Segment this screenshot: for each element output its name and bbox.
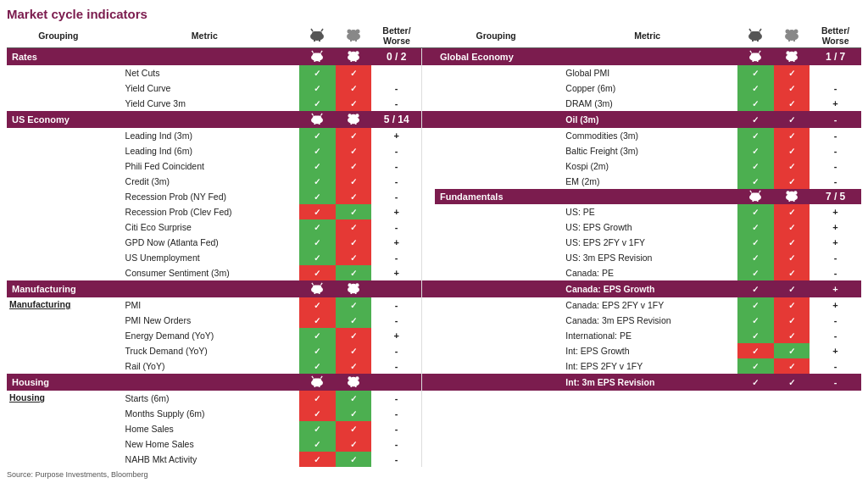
right-metric-label: Copper (6m)	[557, 80, 737, 96]
svg-point-80	[348, 283, 351, 286]
left-section-score: 5 / 14	[371, 111, 422, 128]
left-section-name: US Economy	[7, 111, 299, 128]
svg-rect-34	[350, 59, 352, 62]
svg-point-33	[355, 51, 359, 54]
left-metric-label: Months Supply (6m)	[110, 406, 299, 421]
right-section-score: 7 / 5	[810, 189, 861, 204]
svg-rect-1	[312, 31, 322, 37]
svg-point-45	[793, 51, 797, 54]
left-metric-label: Energy Demand (YoY)	[110, 328, 299, 343]
svg-rect-59	[355, 122, 357, 125]
left-metric-label: Leading Ind (6m)	[110, 143, 299, 158]
svg-rect-41	[757, 59, 759, 62]
svg-point-69	[793, 191, 797, 194]
svg-rect-29	[319, 59, 320, 62]
svg-rect-22	[788, 39, 790, 42]
col-gap	[422, 25, 435, 48]
svg-rect-73	[313, 286, 322, 291]
table-row: Phili Fed Coincident✓✓-Kospi (2m)✓✓-	[7, 158, 861, 174]
table-row: NAHB Mkt Activity✓✓-	[7, 452, 861, 467]
right-metric-label: International: PE	[557, 328, 737, 343]
svg-line-51	[321, 114, 323, 116]
svg-rect-47	[793, 59, 795, 62]
table-row: GPD Now (Atlanta Fed)✓✓+US: EPS 2FY v 1F…	[7, 235, 861, 250]
right-section-score: 1 / 7	[810, 48, 861, 66]
left-metric-label: GPD Now (Atlanta Fed)	[110, 235, 299, 250]
svg-rect-52	[314, 122, 316, 125]
left-metric-label: Consumer Sentiment (3m)	[110, 265, 299, 280]
table-row: ManufacturingCanada: EPS Growth✓✓+	[7, 280, 861, 297]
left-metric-label: PMI	[110, 297, 299, 313]
svg-rect-82	[350, 291, 352, 294]
svg-point-57	[355, 114, 359, 117]
left-metric-label: Home Sales	[110, 421, 299, 436]
right-metric-label: Kospi (2m)	[557, 158, 737, 174]
table-row: Energy Demand (YoY)✓✓+International: PE✓…	[7, 328, 861, 343]
left-section-score: 0 / 2	[371, 48, 422, 66]
right-section-name: Global Economy	[435, 48, 737, 66]
table-row: PMI New Orders✓✓-Canada: 3m EPS Revision…	[7, 313, 861, 328]
left-metric-label: New Home Sales	[110, 436, 299, 452]
svg-point-81	[355, 283, 359, 286]
svg-rect-16	[752, 39, 754, 42]
table-row: Consumer Sentiment (3m)✓✓+Canada: PE✓✓-	[7, 265, 861, 280]
col-bull2-header	[737, 25, 774, 48]
left-metric-label: Recession Prob (NY Fed)	[110, 189, 299, 204]
table-row: Rates0 / 2Global Economy1 / 7	[7, 48, 861, 66]
left-metric-label: NAHB Mkt Activity	[110, 452, 299, 467]
svg-rect-4	[314, 39, 315, 42]
right-metric-label: EM (2m)	[557, 174, 737, 189]
svg-rect-85	[313, 379, 322, 384]
svg-point-92	[348, 376, 351, 380]
svg-rect-46	[788, 59, 790, 62]
table-row: Leading Ind (3m)✓✓+Commodities (3m)✓✓-	[7, 128, 861, 143]
svg-line-75	[321, 283, 323, 286]
right-metric-label: US: 3m EPS Revision	[557, 250, 737, 265]
col-bw2-header: Better/Worse	[810, 25, 861, 48]
right-metric-label: Int: EPS 2FY v 1FY	[557, 358, 737, 374]
svg-rect-13	[750, 31, 760, 37]
svg-rect-23	[793, 39, 795, 42]
svg-rect-76	[314, 291, 316, 294]
right-metric-label: Baltic Freight (3m)	[557, 143, 737, 158]
right-metric-label: US: PE	[557, 204, 737, 219]
svg-point-9	[355, 30, 359, 34]
svg-rect-94	[350, 385, 352, 387]
right-metric-label: US: EPS 2FY v 1FY	[557, 235, 737, 250]
col-bear-header	[336, 25, 372, 48]
table-row: Citi Eco Surprise✓✓-US: EPS Growth✓✓+	[7, 219, 861, 235]
left-metric-label: Net Cuts	[110, 65, 299, 80]
col-metric-header: Metric	[110, 25, 299, 48]
table-row: Rail (YoY)✓✓-Int: EPS 2FY v 1FY✓✓-	[7, 358, 861, 374]
table-header: Grouping Metric Better/Worse Grouping Me…	[7, 25, 861, 48]
svg-line-87	[321, 376, 323, 379]
table-row: Yield Curve✓✓-Copper (6m)✓✓-	[7, 80, 861, 96]
svg-rect-83	[355, 291, 357, 294]
right-metric-label: Commodities (3m)	[557, 128, 737, 143]
right-metric-label: Oil (3m)	[557, 111, 737, 128]
svg-point-56	[348, 114, 351, 117]
left-section-score	[371, 374, 422, 391]
svg-line-74	[312, 283, 314, 286]
col-metric2-header: Metric	[557, 25, 737, 48]
right-metric-label: Canada: EPS Growth	[557, 280, 737, 297]
svg-rect-89	[319, 385, 320, 387]
table-row: Leading Ind (6m)✓✓-Baltic Freight (3m)✓✓…	[7, 143, 861, 158]
svg-rect-71	[793, 199, 795, 202]
table-row: Credit (3m)✓✓-EM (2m)✓✓-	[7, 174, 861, 189]
svg-line-38	[750, 51, 752, 53]
svg-rect-95	[355, 385, 357, 387]
svg-rect-88	[314, 385, 316, 387]
svg-rect-37	[751, 53, 760, 58]
svg-rect-65	[757, 199, 759, 202]
left-section-name: Housing	[7, 374, 299, 391]
right-metric-label: Global PMI	[557, 65, 737, 80]
svg-point-32	[348, 51, 351, 54]
svg-rect-70	[788, 199, 790, 202]
right-metric-label: Canada: EPS 2FY v 1FY	[557, 297, 737, 313]
main-table: Grouping Metric Better/Worse Grouping Me…	[7, 25, 861, 467]
right-metric-label: Int: EPS Growth	[557, 343, 737, 358]
table-row: US Economy5 / 14Oil (3m)✓✓-	[7, 111, 861, 128]
left-metric-label: Yield Curve	[110, 80, 299, 96]
svg-rect-49	[313, 116, 322, 121]
